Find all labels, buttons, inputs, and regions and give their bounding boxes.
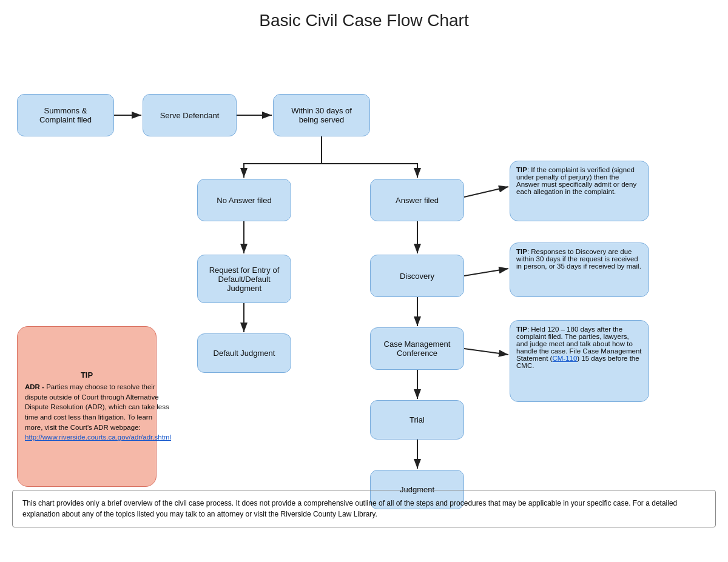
cm110-link[interactable]: CM-110 bbox=[552, 355, 577, 362]
page-title: Basic Civil Case Flow Chart bbox=[0, 0, 728, 36]
within30-label: Within 30 days ofbeing served bbox=[291, 106, 352, 124]
request-default-box: Request for Entry ofDefault/DefaultJudgm… bbox=[197, 255, 291, 303]
adr-tip-box: TIP ADR - Parties may choose to resolve … bbox=[17, 326, 157, 487]
discovery-box: Discovery bbox=[370, 255, 464, 297]
svg-line-11 bbox=[464, 349, 508, 355]
cmc-box: Case ManagementConference bbox=[370, 327, 464, 370]
answer-tip-box: TIP: If the complaint is verified (signe… bbox=[510, 161, 649, 221]
cmc-tip-box: TIP: Held 120 – 180 days after the compl… bbox=[510, 320, 649, 402]
cmc-label: Case ManagementConference bbox=[384, 340, 451, 358]
disclaimer-text: This chart provides only a brief overvie… bbox=[22, 499, 677, 518]
within30-box: Within 30 days ofbeing served bbox=[273, 94, 370, 136]
answer-filed-label: Answer filed bbox=[396, 196, 439, 205]
discovery-label: Discovery bbox=[400, 272, 434, 281]
serve-defendant-box: Serve Defendant bbox=[143, 94, 237, 136]
discovery-tip-text: TIP: Responses to Discovery are due with… bbox=[516, 248, 642, 270]
svg-line-10 bbox=[464, 269, 508, 276]
adr-title: TIP bbox=[25, 370, 149, 380]
default-judgment-label: Default Judgment bbox=[214, 349, 275, 358]
answer-filed-box: Answer filed bbox=[370, 179, 464, 221]
no-answer-label: No Answer filed bbox=[217, 196, 271, 205]
no-answer-box: No Answer filed bbox=[197, 179, 291, 221]
cmc-tip-text: TIP: Held 120 – 180 days after the compl… bbox=[516, 326, 642, 369]
request-default-label: Request for Entry ofDefault/DefaultJudgm… bbox=[209, 266, 280, 293]
serve-label: Serve Defendant bbox=[160, 111, 220, 120]
svg-line-9 bbox=[464, 187, 508, 197]
trial-box: Trial bbox=[370, 400, 464, 440]
trial-label: Trial bbox=[410, 415, 425, 424]
adr-text: ADR - Parties may choose to resolve thei… bbox=[25, 382, 171, 443]
discovery-tip-box: TIP: Responses to Discovery are due with… bbox=[510, 243, 649, 297]
default-judgment-box: Default Judgment bbox=[197, 333, 291, 373]
summons-label: Summons &Complaint filed bbox=[39, 106, 92, 124]
disclaimer-box: This chart provides only a brief overvie… bbox=[12, 490, 716, 527]
answer-tip-text: TIP: If the complaint is verified (signe… bbox=[516, 166, 642, 195]
summons-box: Summons &Complaint filed bbox=[17, 94, 114, 136]
adr-link[interactable]: http://www.riverside.courts.ca.gov/adr/a… bbox=[25, 433, 171, 441]
